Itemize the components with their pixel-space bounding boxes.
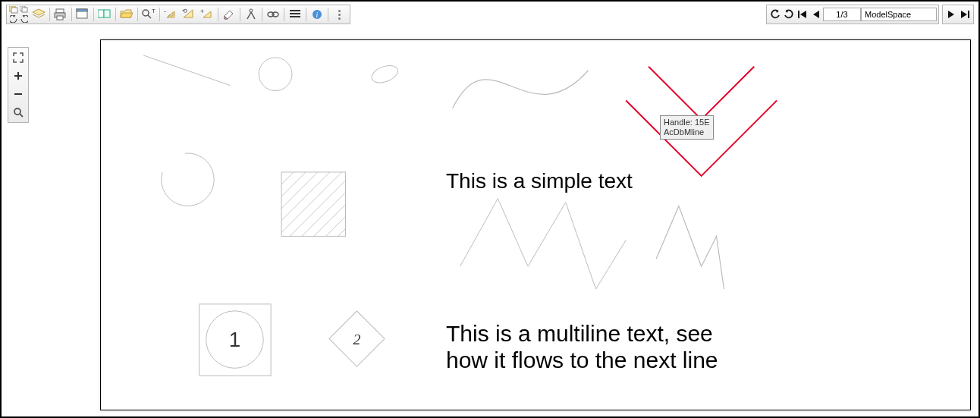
link-icon[interactable] — [264, 6, 282, 23]
svg-point-21 — [272, 12, 278, 17]
svg-text:+: + — [200, 8, 204, 15]
block-1: 1 — [199, 304, 271, 376]
prev-page-icon[interactable] — [809, 6, 823, 23]
multiline-text-line2: how it flows to the next line — [446, 347, 718, 373]
main-toolbar: T - ⟲ + i — [6, 5, 350, 24]
svg-text:i: i — [316, 11, 319, 19]
info-icon[interactable]: i — [308, 6, 326, 23]
open-icon[interactable] — [118, 6, 136, 23]
block-2: 2 — [329, 311, 385, 366]
svg-rect-9 — [98, 10, 104, 17]
svg-rect-23 — [290, 13, 300, 14]
zoom-fit-icon[interactable]: ⟲ — [180, 6, 198, 23]
compass-icon[interactable] — [242, 6, 260, 23]
top-toolbar-row: T - ⟲ + i — [5, 5, 975, 24]
layers-icon[interactable] — [30, 6, 48, 23]
first-page-icon[interactable] — [796, 6, 809, 23]
svg-rect-27 — [798, 11, 799, 18]
entity-tooltip: Handle: 15E AcDbMline — [660, 115, 714, 140]
svg-point-32 — [14, 108, 20, 115]
svg-rect-3 — [22, 8, 27, 12]
back-icon[interactable] — [8, 14, 19, 24]
undo-icon[interactable] — [768, 6, 782, 23]
zoom-in-small-icon[interactable]: + — [198, 6, 216, 23]
svg-line-34 — [143, 55, 230, 86]
zoom-out-small-icon[interactable]: - — [162, 6, 180, 23]
navigation-toolbar-end — [942, 5, 974, 24]
more-icon[interactable] — [330, 6, 348, 23]
last-page-icon[interactable] — [958, 6, 972, 23]
layout-name-input[interactable] — [861, 8, 937, 21]
print-icon[interactable] — [52, 6, 70, 23]
forward-icon[interactable] — [19, 14, 30, 24]
search-text-icon[interactable]: T — [140, 6, 158, 23]
svg-rect-6 — [57, 16, 63, 20]
redo-icon[interactable] — [782, 6, 796, 23]
page-indicator-input[interactable] — [823, 8, 861, 21]
list-icon[interactable] — [286, 6, 304, 23]
tooltip-handle: Handle: 15E — [664, 118, 710, 127]
next-page-icon[interactable] — [944, 6, 958, 23]
zoom-in-icon[interactable] — [10, 68, 27, 84]
svg-line-19 — [251, 12, 255, 19]
tooltip-type: AcDbMline — [664, 127, 710, 137]
simple-text: This is a simple text — [446, 169, 633, 193]
multiline-text-line1: This is a multiline text, see — [446, 321, 713, 347]
copy-icon[interactable] — [8, 5, 19, 14]
svg-text:⟲: ⟲ — [182, 8, 187, 14]
svg-rect-1 — [11, 8, 17, 13]
svg-point-17 — [250, 9, 253, 12]
svg-rect-28 — [968, 11, 969, 18]
side-zoom-toolbar — [8, 47, 29, 123]
svg-rect-4 — [56, 9, 64, 13]
svg-rect-22 — [290, 10, 300, 11]
svg-point-35 — [259, 58, 292, 91]
svg-point-36 — [369, 62, 400, 86]
svg-rect-8 — [77, 9, 87, 11]
eraser-icon[interactable] — [220, 6, 238, 23]
svg-line-33 — [20, 114, 23, 117]
zoom-out-icon[interactable] — [10, 86, 27, 102]
block-2-label: 2 — [353, 331, 360, 347]
drawing-canvas[interactable]: 1 2 This is a simple text This is a mult… — [100, 39, 971, 410]
expand-icon[interactable] — [10, 49, 27, 66]
svg-line-12 — [148, 15, 151, 18]
magnify-icon[interactable] — [10, 104, 27, 121]
hatched-square — [253, 144, 375, 266]
window-icon[interactable] — [74, 6, 92, 23]
svg-line-18 — [247, 12, 251, 19]
block-1-label: 1 — [229, 328, 240, 352]
svg-text:-: - — [164, 8, 166, 15]
navigation-toolbar — [766, 5, 939, 24]
compare-icon[interactable] — [96, 6, 114, 23]
cascade-icon[interactable] — [19, 5, 30, 14]
svg-rect-24 — [290, 16, 300, 17]
svg-point-11 — [143, 10, 149, 16]
svg-rect-10 — [104, 10, 110, 17]
svg-text:T: T — [152, 8, 155, 14]
